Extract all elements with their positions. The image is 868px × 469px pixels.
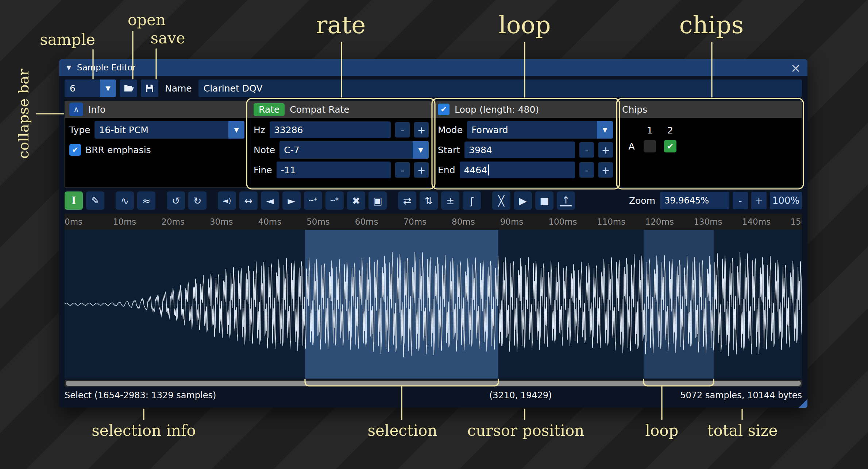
loop-panel-title: Loop (length: 480): [455, 104, 539, 115]
timeline-ruler: 0ms10ms20ms30ms40ms50ms60ms70ms80ms90ms1…: [65, 214, 802, 230]
timeline-label: 110ms: [597, 217, 625, 226]
chevron-down-icon[interactable]: ▼: [413, 141, 429, 159]
chips-column-1: 1: [647, 125, 653, 136]
zoom-out-button[interactable]: -: [733, 192, 748, 209]
trim-icon[interactable]: ▣: [369, 191, 387, 210]
resize-grip[interactable]: [799, 399, 807, 408]
open-button[interactable]: [120, 80, 137, 97]
sample-number-dropdown[interactable]: 6 ▼: [65, 80, 116, 97]
rate-panel-body: Hz 33286 - + Note C-7 ▼: [249, 118, 433, 187]
preview-icon[interactable]: ▶: [514, 191, 532, 210]
invert-icon[interactable]: ⇅: [420, 191, 438, 210]
fade-out-icon[interactable]: ►: [282, 191, 301, 210]
horizontal-scrollbar[interactable]: [65, 380, 802, 387]
draw-mode-icon[interactable]: ✎: [86, 191, 104, 210]
chevron-down-icon[interactable]: ▼: [228, 121, 244, 139]
redo-icon[interactable]: ↻: [188, 191, 207, 210]
fine-input[interactable]: -11: [277, 162, 391, 178]
chips-panel-title: Chips: [622, 104, 647, 115]
loop-end-input[interactable]: 4464: [460, 162, 575, 178]
waveform-area[interactable]: [65, 230, 802, 379]
sign-flip-icon[interactable]: ±: [441, 191, 459, 210]
loop-end-plus-button[interactable]: +: [598, 162, 613, 178]
loop-start-plus-button[interactable]: +: [598, 142, 613, 158]
cursor-position-text: (3210, 19429): [489, 390, 552, 400]
collapse-chevron-icon[interactable]: ∧: [69, 102, 83, 116]
resize-icon[interactable]: ∿: [116, 191, 134, 210]
filter-icon[interactable]: ʃ: [463, 191, 481, 210]
timeline-label: 130ms: [694, 217, 722, 226]
crossfade-icon[interactable]: ╳: [492, 191, 510, 210]
info-panel: ∧ Info Type 16-bit PCM ▼ ✔: [65, 101, 249, 187]
save-floppy-icon: [144, 83, 155, 94]
undo-icon[interactable]: ↺: [167, 191, 185, 210]
delete-icon[interactable]: ✖: [347, 191, 365, 210]
reverse-icon[interactable]: ⇄: [398, 191, 416, 210]
loop-end-minus-button[interactable]: -: [579, 162, 594, 178]
loop-enable-checkbox[interactable]: ✔: [438, 104, 450, 115]
zoom-value: 39.9645%: [664, 195, 709, 206]
close-icon[interactable]: ×: [791, 61, 801, 75]
chevron-down-icon[interactable]: ▼: [100, 80, 116, 97]
zoom-input[interactable]: 39.9645%: [660, 192, 729, 209]
timeline-label: 150ms: [790, 217, 802, 226]
annotation-selection-info: selection info: [92, 422, 196, 439]
annotation-selection: selection: [368, 422, 437, 439]
brr-emphasis-checkbox[interactable]: ✔: [69, 144, 81, 156]
fade-in-icon[interactable]: ◄: [261, 191, 279, 210]
resample-icon[interactable]: ≈: [137, 191, 155, 210]
timeline-label: 20ms: [161, 217, 185, 226]
chips-panel-body: 1 2 A ✔: [618, 118, 802, 187]
stop-icon[interactable]: ■: [535, 191, 553, 210]
chip-2-checkbox[interactable]: ✔: [664, 140, 676, 152]
apply-silence-icon[interactable]: ┄*: [325, 191, 344, 210]
insert-silence-icon[interactable]: ┄⁺: [304, 191, 322, 210]
select-mode-icon[interactable]: I: [65, 191, 83, 210]
loop-start-label: Start: [438, 145, 460, 155]
loop-end-label: End: [438, 165, 455, 175]
statusbar: Select (1654-2983: 1329 samples) (3210, …: [65, 387, 802, 403]
scrollbar-thumb[interactable]: [66, 381, 801, 386]
info-panel-header[interactable]: ∧ Info: [65, 101, 249, 118]
loop-panel-header: ✔ Loop (length: 480): [433, 101, 617, 118]
type-dropdown[interactable]: 16-bit PCM ▼: [94, 121, 244, 139]
fine-plus-button[interactable]: +: [414, 162, 429, 178]
loop-start-minus-button[interactable]: -: [579, 142, 594, 158]
timeline-label: 60ms: [355, 217, 378, 226]
timeline-label: 80ms: [452, 217, 475, 226]
amplify-icon[interactable]: ◄): [218, 191, 236, 210]
chips-panel: Chips 1 2 A ✔: [618, 101, 802, 187]
toolbar: I✎∿≈↺↻◄)↔◄►┄⁺┄*✖▣⇄⇅±ʃ╳▶■↑ Zoom 39.9645% …: [65, 191, 802, 210]
hz-plus-button[interactable]: +: [414, 122, 429, 137]
check-icon: ✔: [440, 105, 447, 114]
save-button[interactable]: [141, 80, 158, 97]
zoom-reset-button[interactable]: 100%: [770, 192, 802, 209]
hz-label: Hz: [254, 125, 265, 135]
rate-panel-title: Compat Rate: [290, 104, 349, 115]
timeline-label: 120ms: [645, 217, 674, 226]
loop-panel-body: Mode Forward ▼ Start 3984 - +: [433, 118, 617, 187]
timeline-label: 100ms: [548, 217, 577, 226]
annotation-chips: chips: [679, 11, 744, 39]
chevron-down-icon[interactable]: ▼: [597, 121, 613, 139]
hz-minus-button[interactable]: -: [395, 122, 410, 137]
hz-input[interactable]: 33286: [270, 121, 391, 138]
chip-1-checkbox[interactable]: [644, 140, 656, 152]
loop-start-value: 3984: [469, 145, 492, 155]
titlebar[interactable]: ▼ Sample Editor ×: [59, 59, 807, 76]
export-icon[interactable]: ↑: [557, 191, 575, 210]
fine-minus-button[interactable]: -: [395, 162, 410, 178]
name-input[interactable]: Clarinet DQV: [198, 80, 802, 97]
note-dropdown[interactable]: C-7 ▼: [279, 141, 429, 159]
zoom-in-button[interactable]: +: [751, 192, 767, 209]
note-label: Note: [254, 145, 275, 155]
hz-value: 33286: [274, 125, 303, 135]
name-label: Name: [165, 83, 192, 94]
window-collapse-icon[interactable]: ▼: [66, 64, 71, 71]
loop-mode-dropdown[interactable]: Forward ▼: [467, 121, 613, 139]
loop-start-input[interactable]: 3984: [464, 142, 575, 158]
normalize-icon[interactable]: ↔: [239, 191, 258, 210]
open-folder-icon: [123, 83, 134, 94]
rate-mode-button[interactable]: Rate: [254, 103, 285, 116]
sample-number-value: 6: [70, 83, 76, 94]
